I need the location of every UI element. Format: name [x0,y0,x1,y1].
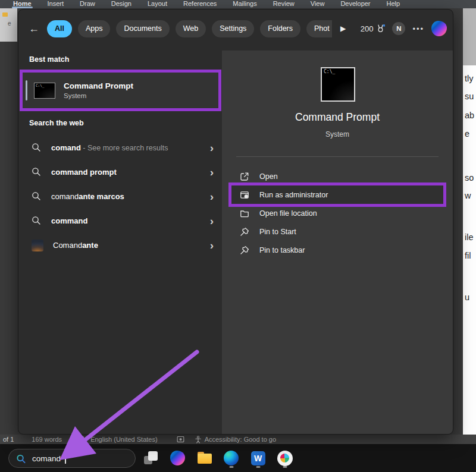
action-run-as-administrator[interactable]: Run as administrator [231,185,443,204]
copilot-icon[interactable] [431,21,447,36]
accessibility-icon [194,436,202,443]
filter-pill-settings[interactable]: Settings [212,20,254,37]
rewards-points: 200 [361,24,374,33]
open-icon [240,172,249,181]
document-text-fragment: so [465,173,474,182]
web-suggestion-row[interactable]: command prompt› [21,160,221,184]
suggestion-text: command [51,216,210,225]
account-avatar[interactable]: N [392,22,405,35]
chevron-right-icon: › [210,240,214,250]
word-status-bar: of 1 169 words English (United States) A… [0,435,476,444]
search-query-text: comand [32,454,61,463]
document-text-fragment: u [465,292,469,302]
running-indicator [283,466,287,468]
best-match-title: Command Prompt [64,81,133,90]
file-explorer-icon[interactable] [196,448,212,468]
command-prompt-icon: C:\_ [34,83,55,99]
filter-pill-documents[interactable]: Documents [116,20,169,37]
task-view-icon[interactable] [143,448,159,468]
copilot-icon[interactable] [170,448,186,468]
action-open[interactable]: Open [231,167,443,185]
language-indicator[interactable]: English (United States) [90,436,158,443]
best-match-subtitle: System [64,92,133,99]
word-ruler-edge [463,8,476,65]
ribbon-tab-layout[interactable]: Layout [148,0,167,7]
windows-search-overlay: ← AllAppsDocumentsWebSettingsFoldersPhot… [18,9,453,435]
taskbar-icon-group: W [143,448,293,468]
text-cursor [65,454,66,464]
filter-pill-apps[interactable]: Apps [78,20,111,37]
word-ribbon-edge: e [0,8,17,42]
filter-pill-web[interactable]: Web [176,20,206,37]
search-icon [16,454,26,464]
suggestion-text: command prompt [51,168,210,177]
page-indicator[interactable]: of 1 [3,436,14,443]
rewards-badge[interactable]: 200 [361,24,387,34]
result-thumbnail [32,240,43,251]
chevron-right-icon: › [210,143,214,153]
back-arrow-icon[interactable]: ← [27,23,41,35]
document-text-fragment: ab [465,111,474,120]
ribbon-tab-home[interactable]: Home [13,0,32,7]
action-pin-to-taskbar[interactable]: Pin to taskbar [231,241,443,259]
search-icon [32,216,42,226]
ribbon-tab-design[interactable]: Design [111,0,131,7]
screen: HomeInsertDrawDesignLayoutReferencesMail… [0,0,476,472]
best-match-heading: Best match [29,55,69,64]
accessibility-status[interactable]: Accessibility: Good to go [205,436,276,443]
web-suggestion-row[interactable]: comand - See more search results› [21,136,221,160]
proofing-icon[interactable] [77,436,86,443]
web-suggestion-row[interactable]: command› [21,209,221,233]
run-admin-icon [240,190,249,200]
action-label: Pin to Start [259,228,296,236]
action-pin-to-start[interactable]: Pin to Start [231,222,443,241]
focus-icon[interactable] [177,436,185,443]
word-icon[interactable]: W [250,448,266,468]
ribbon-tab-draw[interactable]: Draw [80,0,95,7]
pin-icon [240,227,249,237]
more-options-icon[interactable]: ••• [411,24,425,33]
filter-pill-all[interactable]: All [47,20,72,37]
taskbar-search-input[interactable]: comand [8,449,136,468]
word-count[interactable]: 169 words [32,436,62,443]
chevron-right-icon: › [210,191,214,202]
web-suggestion-list: comand - See more search results›command… [21,136,221,257]
slack-icon[interactable] [277,448,293,468]
suggestion-text: comandante marcos [51,192,210,201]
ribbon-tab-mailings[interactable]: Mailings [233,0,256,7]
filter-pill-phot[interactable]: Phot [306,20,332,37]
word-document-edge: tlysuabesowilefilu [463,65,476,435]
ribbon-tab-developer[interactable]: Developer [340,0,370,7]
best-match-result[interactable]: C:\_ Command Prompt System [20,70,221,111]
suggestion-text: Comandante [53,241,210,250]
ribbon-tab-references[interactable]: References [183,0,217,7]
search-icon [32,167,42,177]
ribbon-tab-view[interactable]: View [311,0,325,7]
chevron-right-icon: › [210,167,214,177]
web-suggestion-row[interactable]: Comandante› [21,233,221,257]
action-label: Run as administrator [259,191,328,199]
ribbon-tab-insert[interactable]: Insert [48,0,64,7]
filter-pill-folders[interactable]: Folders [260,20,300,37]
ribbon-tab-help[interactable]: Help [387,0,400,7]
ribbon-edge-text: e [8,20,11,27]
search-the-web-heading: Search the web [29,119,84,127]
action-open-file-location[interactable]: Open file location [231,204,443,222]
edge-icon[interactable] [223,448,239,468]
taskbar: comand W [0,444,476,472]
selection-accent-bar [26,80,27,100]
ribbon-tab-review[interactable]: Review [273,0,295,7]
document-text-fragment: ile [465,232,474,242]
document-text-fragment: fil [465,251,471,260]
filter-pill-group: AllAppsDocumentsWebSettingsFoldersPhot [47,20,332,37]
action-list: OpenRun as administratorOpen file locati… [222,167,453,259]
document-text-fragment: su [465,92,474,101]
document-text-fragment: w [465,191,471,200]
document-text-fragment: e [465,129,469,139]
search-filter-bar: ← AllAppsDocumentsWebSettingsFoldersPhot… [27,18,447,39]
scroll-filters-icon[interactable]: ▶ [338,23,349,34]
rewards-medal-icon [376,24,386,34]
web-suggestion-row[interactable]: comandante marcos› [21,184,221,209]
action-label: Open [259,172,278,181]
search-icon [32,191,42,202]
